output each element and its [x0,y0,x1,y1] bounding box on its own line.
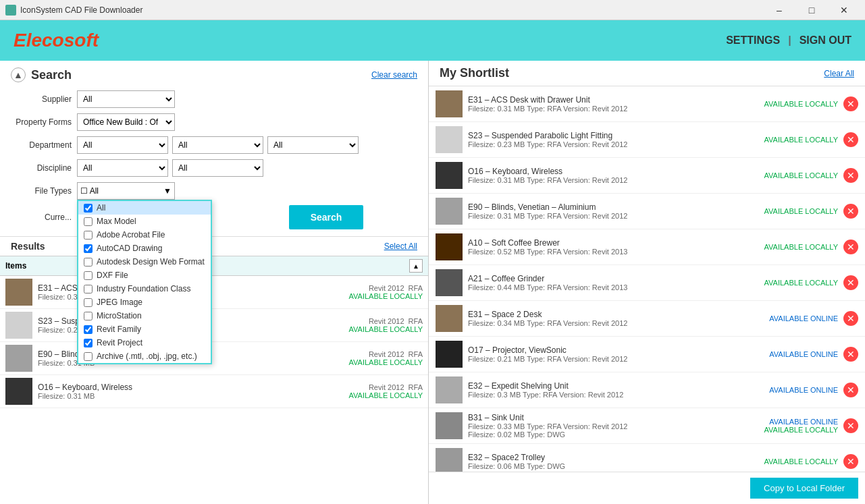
minimize-button[interactable]: – [764,0,795,20]
file-type-option-revitproject[interactable]: Revit Project [78,336,211,349]
shortlist-status: AVAILABLE ONLINE [757,350,838,358]
collapse-button[interactable]: ▲ [11,67,26,82]
shortlist-name: S23 – Suspended Parabolic Light Fitting [468,131,752,140]
disc-select-2[interactable]: All [172,159,263,177]
file-type-checkbox-revitproject[interactable] [84,339,93,347]
file-type-option-maxmodel[interactable]: Max Model [78,215,211,228]
discipline-selects: All All [77,159,263,177]
shortlist-item: A10 – Soft Coffee Brewer Filesize: 0.52 … [429,229,865,265]
file-type-checkbox-ifc[interactable] [84,285,93,293]
file-type-checkbox-archive[interactable] [84,352,93,361]
list-item[interactable]: E90 – Blinds, Venetian – Aluminium Files… [0,342,428,375]
file-type-option-ifc[interactable]: Industry Foundation Class [78,282,211,296]
currency-label: Curre... [11,213,72,222]
dept-select-1[interactable]: All [77,136,168,154]
clear-all-link[interactable]: Clear All [824,69,854,78]
title-bar-left: IconSystem CAD File Downloader [5,5,142,16]
shortlist-status: AVAILABLE ONLINE [757,314,838,323]
shortlist-info: E32 – Space2 Trolley Filesize: 0.06 MB T… [468,453,752,470]
file-type-option-dxf[interactable]: DXF File [78,269,211,282]
search-button[interactable]: Search [289,205,363,229]
discipline-label: Discipline [11,163,72,173]
dept-select-3[interactable]: All [267,136,359,154]
file-type-option-revitfamily[interactable]: Revit Family [78,323,211,336]
file-type-option-autocad[interactable]: AutoCAD Drawing [78,242,211,255]
property-forms-select[interactable]: Office New Build : Of [77,113,175,131]
file-type-checkbox-autocad[interactable] [84,244,93,253]
items-col-label: Items [5,261,26,271]
shortlist-status: AVAILABLE LOCALLY [757,207,838,215]
file-type-option-all[interactable]: All [78,201,211,215]
shortlist-thumbnail [436,233,463,260]
clear-search-link[interactable]: Clear search [371,70,417,80]
file-type-checkbox-maxmodel[interactable] [84,217,93,226]
shortlist-meta: Filesize: 0.3 MB Type: RFA Version: Revi… [468,391,752,399]
file-type-checkbox-acrobat[interactable] [84,231,93,240]
remove-button[interactable]: ✕ [843,240,858,254]
shortlist-info: O16 – Keyboard, Wireless Filesize: 0.31 … [468,167,752,184]
file-type-option-adwf[interactable]: Autodesk Design Web Format [78,255,211,269]
file-types-dropdown-container: ☐ All ▼ All Max Model Adobe Acrobat File [77,182,175,200]
remove-button[interactable]: ✕ [843,204,858,219]
scroll-up-button[interactable]: ▲ [409,259,423,273]
shortlist-status: AVAILABLE LOCALLY [757,100,838,108]
remove-button[interactable]: ✕ [843,418,858,433]
title-bar-text: IconSystem CAD File Downloader [20,5,142,15]
shortlist-thumbnail [436,305,463,332]
select-all-link[interactable]: Select All [384,242,417,251]
dept-select-2[interactable]: All [172,136,263,154]
file-types-dropdown: All Max Model Adobe Acrobat File AutoCAD… [77,200,212,364]
shortlist-item: E90 – Blinds, Venetian – Aluminium Files… [429,194,865,229]
shortlist-thumbnail [436,376,463,403]
remove-button[interactable]: ✕ [843,96,858,111]
shortlist-meta: Filesize: 0.31 MB Type: RFA Version: Rev… [468,176,752,184]
shortlist-meta: Filesize: 0.31 MB Type: RFA Version: Rev… [468,105,752,113]
file-type-option-jpeg[interactable]: JPEG Image [78,296,211,309]
file-type-checkbox-jpeg[interactable] [84,298,93,307]
right-panel: My Shortlist Clear All E31 – ACS Desk wi… [429,61,865,504]
file-types-label: File Types [11,186,72,196]
window-controls: – □ ✕ [764,0,860,20]
shortlist-meta: Filesize: 0.34 MB Type: RFA Version: Rev… [468,319,752,327]
shortlist-info: S23 – Suspended Parabolic Light Fitting … [468,131,752,148]
settings-link[interactable]: SETTINGS [726,34,780,47]
file-type-checkbox-revitfamily[interactable] [84,325,93,334]
copy-to-local-folder-button[interactable]: Copy to Local Folder [750,478,858,499]
file-type-checkbox-dxf[interactable] [84,271,93,280]
shortlist-item: O17 – Projector, ViewSonic Filesize: 0.2… [429,337,865,372]
shortlist-thumbnail [436,90,463,117]
close-button[interactable]: ✕ [829,0,860,20]
file-type-option-microstation[interactable]: MicroStation [78,309,211,323]
supplier-select[interactable]: All [77,90,175,108]
list-item[interactable]: E31 – ACS Desk with Drawer Unit Filesize… [0,276,428,309]
remove-button[interactable]: ✕ [843,383,858,397]
list-item[interactable]: S23 – Suspended Parabolic Light Fitting … [0,309,428,342]
file-type-checkbox-all[interactable] [84,204,93,213]
file-type-option-acrobat[interactable]: Adobe Acrobat File [78,228,211,242]
shortlist-info: A21 – Coffee Grinder Filesize: 0.44 MB T… [468,274,752,291]
results-list: E31 – ACS Desk with Drawer Unit Filesize… [0,276,428,504]
remove-button[interactable]: ✕ [843,132,858,147]
item-status: AVAILABLE LOCALLY [349,292,423,300]
disc-select-1[interactable]: All [77,159,168,177]
dropdown-arrow: ▼ [163,186,172,196]
remove-button[interactable]: ✕ [843,347,858,362]
department-label: Department [11,140,72,150]
maximize-button[interactable]: □ [796,0,827,20]
file-type-checkbox-adwf[interactable] [84,258,93,267]
remove-button[interactable]: ✕ [843,454,858,469]
shortlist-items-list: E31 – ACS Desk with Drawer Unit Filesize… [429,86,865,472]
file-types-row: File Types ☐ All ▼ All Max Model [11,182,417,200]
shortlist-item: B31 – Sink Unit Filesize: 0.33 MB Type: … [429,408,865,444]
shortlist-name: E32 – Space2 Trolley [468,453,752,462]
file-types-select-button[interactable]: ☐ All ▼ [77,182,175,200]
remove-button[interactable]: ✕ [843,275,858,290]
shortlist-bottom-bar: Copy to Local Folder [429,472,865,504]
file-type-option-archive[interactable]: Archive (.mtl, .obj, .jpg, etc.) [78,349,211,363]
remove-button[interactable]: ✕ [843,168,858,183]
file-type-checkbox-microstation[interactable] [84,312,93,320]
shortlist-meta: Filesize: 0.44 MB Type: RFA Version: Rev… [468,283,752,291]
list-item[interactable]: O16 – Keyboard, Wireless Filesize: 0.31 … [0,375,428,408]
remove-button[interactable]: ✕ [843,311,858,326]
signout-link[interactable]: SIGN OUT [800,34,851,47]
